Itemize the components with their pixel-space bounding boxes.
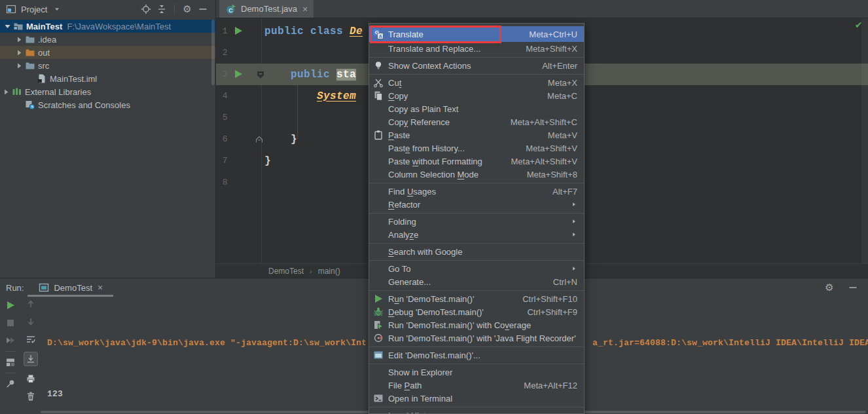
menu-item-label: Copy: [388, 91, 408, 101]
coverage-icon: [373, 320, 384, 330]
header-divider: [174, 4, 175, 14]
menu-item-paste-from-history[interactable]: Paste from History...Meta+Shift+V: [369, 141, 584, 155]
no-arrow: [14, 100, 24, 109]
menu-item-analyze[interactable]: Analyze: [369, 228, 584, 241]
line-number: 2: [216, 48, 230, 58]
tree-item-external-libraries[interactable]: External Libraries: [0, 85, 215, 98]
run-gutter-icon[interactable]: [233, 69, 244, 83]
no-icon: [373, 104, 384, 114]
menu-item-shortcut: Ctrl+Shift+F10: [522, 294, 577, 304]
up-button[interactable]: [26, 299, 36, 309]
menu-item-paste-without-formatting[interactable]: Paste without FormattingMeta+Alt+Shift+V: [369, 155, 584, 168]
code-segment: System: [317, 90, 356, 102]
editor-scrollbar[interactable]: [861, 18, 868, 263]
menu-item-label: Run 'DemoTest.main()' with Coverage: [388, 320, 531, 330]
tree-item-maintest-iml[interactable]: MainTest.iml: [0, 72, 215, 85]
rerun-failed-button[interactable]: [5, 335, 16, 346]
code-segment: [264, 69, 291, 81]
gear-icon[interactable]: ⚙: [181, 3, 193, 15]
menu-item-label: Find Usages: [388, 187, 436, 197]
no-arrow: [26, 74, 35, 83]
menu-item-show-in-explorer[interactable]: Show in Explorer: [369, 366, 584, 379]
menu-item-debug-demotest-main[interactable]: Debug 'DemoTest.main()'Ctrl+Shift+F9: [369, 305, 584, 318]
menu-item-folding[interactable]: Folding: [369, 215, 584, 228]
menu-item-run-demotest-main-with-java-flight-recorder[interactable]: Run 'DemoTest.main()' with 'Java Flight …: [369, 331, 584, 345]
menu-item-edit-demotest-main[interactable]: Edit 'DemoTest.main()'...: [369, 348, 584, 362]
down-button[interactable]: [26, 316, 36, 327]
tree-item-maintest[interactable]: MainTestF:\JavaWokspace\MainTest: [0, 20, 215, 33]
layout-button[interactable]: [5, 357, 16, 367]
project-scrollbar-thumb[interactable]: [211, 20, 215, 85]
menu-item-show-context-actions[interactable]: Show Context ActionsAlt+Enter: [369, 59, 584, 72]
breadcrumb-separator-icon: ›: [310, 267, 312, 275]
menu-item-find-usages[interactable]: Find UsagesAlt+F7: [369, 185, 584, 198]
menu-item-copy[interactable]: CopyMeta+C: [369, 89, 584, 102]
fold-marker-icon[interactable]: [254, 134, 264, 147]
menu-item-copy-as-plain-text[interactable]: Copy as Plain Text: [369, 102, 584, 115]
tree-right-arrow-icon[interactable]: [14, 48, 24, 57]
scroll-end-button[interactable]: [24, 352, 38, 366]
menu-item-translate[interactable]: GATranslateMeta+Ctrl+U: [369, 26, 584, 42]
ide-window: { "project_panel": { "title": "Project",…: [0, 0, 868, 414]
menu-item-search-with-google[interactable]: Search with Google: [369, 245, 584, 258]
menu-item-run-demotest-main[interactable]: Run 'DemoTest.main()'Ctrl+Shift+F10: [369, 292, 584, 305]
breadcrumb-class[interactable]: DemoTest: [268, 267, 304, 276]
menu-item-label: Copy Reference: [388, 117, 450, 127]
project-panel-title[interactable]: Project: [21, 5, 47, 14]
minimize-icon[interactable]: [197, 3, 209, 15]
no-icon: [373, 276, 384, 287]
gear-icon[interactable]: ⚙: [823, 282, 835, 293]
scissors-icon: [373, 77, 384, 88]
line-number: 7: [216, 156, 230, 166]
tree-item-src[interactable]: src: [0, 59, 215, 72]
menu-item-shortcut: Alt+Enter: [542, 61, 577, 71]
menu-item-file-path[interactable]: File PathMeta+Alt+F12: [369, 379, 584, 392]
print-button[interactable]: [26, 373, 36, 384]
trash-button[interactable]: [26, 391, 36, 402]
tree-right-arrow-icon[interactable]: [14, 35, 24, 44]
translate-icon: GA: [373, 29, 384, 39]
collapse-all-icon[interactable]: [156, 3, 168, 15]
tree-right-arrow-icon[interactable]: [14, 61, 24, 70]
tree-item-out[interactable]: out: [0, 46, 215, 59]
chevron-down-icon[interactable]: [51, 3, 63, 15]
minimize-icon[interactable]: [847, 282, 859, 293]
code-segment: }: [264, 134, 297, 145]
menu-item-column-selection-mode[interactable]: Column Selection ModeMeta+Shift+8: [369, 168, 584, 181]
breadcrumb-method[interactable]: main(): [318, 267, 340, 276]
menu-item-label: Run 'DemoTest.main()' with 'Java Flight …: [388, 333, 576, 343]
tree-item--idea[interactable]: .idea: [0, 33, 215, 46]
menu-item-go-to[interactable]: Go To: [369, 262, 584, 275]
stop-button[interactable]: [5, 318, 16, 328]
menu-item-run-demotest-main-with-coverage[interactable]: Run 'DemoTest.main()' with Coverage: [369, 318, 584, 331]
menu-item-generate[interactable]: Generate...Ctrl+N: [369, 275, 584, 288]
menu-item-local-history[interactable]: Local History: [369, 409, 584, 414]
menu-item-refactor[interactable]: Refactor: [369, 198, 584, 211]
code-text: public sta: [264, 69, 356, 81]
menu-item-translate-and-replace[interactable]: Translate and Replace...Meta+Shift+X: [369, 42, 584, 55]
tab-demotest-java[interactable]: C DemoTest.java ×: [219, 0, 314, 18]
menu-item-cut[interactable]: CutMeta+X: [369, 76, 584, 89]
locate-icon[interactable]: [140, 3, 152, 15]
line-number: 4: [216, 91, 230, 101]
tree-item-scratches-and-consoles[interactable]: Scratches and Consoles: [0, 98, 215, 111]
gutter-marker-icon[interactable]: [255, 69, 266, 83]
line-number: 3: [216, 69, 230, 79]
menu-item-shortcut: Meta+Alt+Shift+V: [511, 157, 577, 166]
tree-down-arrow-icon[interactable]: [3, 22, 12, 31]
close-icon[interactable]: ×: [98, 282, 103, 293]
run-tab-demotest[interactable]: DemoTest ×: [33, 278, 108, 297]
menu-item-copy-reference[interactable]: Copy ReferenceMeta+Alt+Shift+C: [369, 115, 584, 128]
run-gutter-icon[interactable]: [233, 26, 244, 39]
pin-button[interactable]: [5, 379, 16, 389]
no-icon: [373, 169, 384, 179]
close-icon[interactable]: ×: [302, 4, 308, 14]
menu-item-shortcut: Meta+Alt+F12: [524, 381, 577, 390]
menu-item-open-in-terminal[interactable]: Open in Terminal: [369, 392, 584, 405]
rerun-button[interactable]: [5, 300, 16, 310]
no-icon: [373, 199, 384, 210]
tree-right-arrow-icon[interactable]: [1, 87, 10, 96]
softwrap-button[interactable]: [26, 334, 36, 345]
tree-item-label: Scratches and Consoles: [38, 100, 130, 110]
menu-item-paste[interactable]: PasteMeta+V: [369, 128, 584, 141]
